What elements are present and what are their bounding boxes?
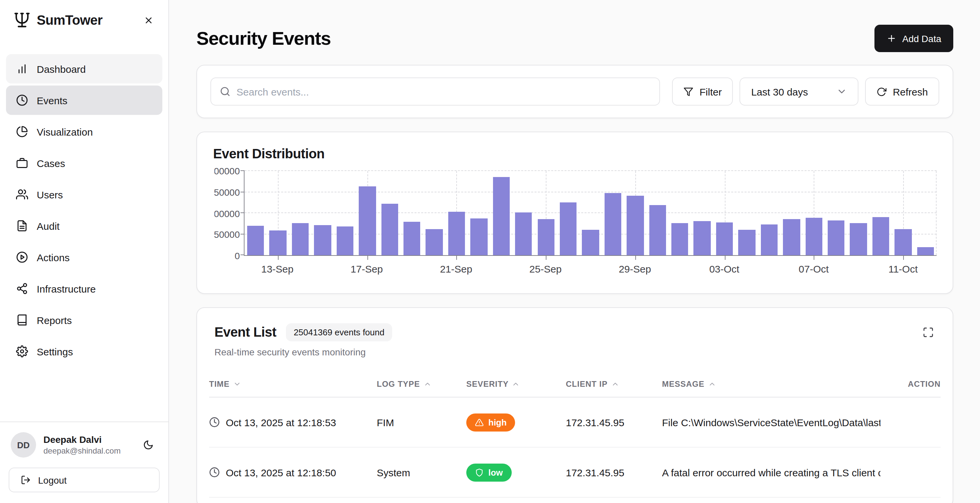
chart-x-axis: 13-Sep17-Sep21-Sep25-Sep29-Sep03-Oct07-O…	[244, 256, 937, 276]
search-input[interactable]	[237, 86, 651, 97]
page-title: Security Events	[196, 28, 331, 49]
bar-17-Sep[interactable]	[359, 186, 376, 255]
sidebar-item-cases[interactable]: Cases	[6, 148, 162, 178]
bar-slot	[624, 171, 646, 255]
bar-13-Sep[interactable]	[270, 231, 286, 256]
x-axis-tick-label: 13-Sep	[261, 263, 294, 275]
bar-24-Sep[interactable]	[515, 212, 532, 255]
bar-27-Sep[interactable]	[582, 230, 599, 255]
bar-slot	[713, 171, 736, 255]
bar-01-Oct[interactable]	[671, 223, 689, 255]
event-row[interactable]: Oct 13, 2025 at 12:18:50Systemlow172.31.…	[209, 447, 940, 498]
bar-slot	[870, 171, 892, 255]
user-meta: Deepak Dalvi deepak@shindal.com	[43, 434, 121, 455]
sidebar-item-settings[interactable]: Settings	[6, 337, 162, 366]
bar-slot	[379, 171, 401, 255]
bar-14-Sep[interactable]	[292, 223, 309, 255]
bar-slot	[267, 171, 289, 255]
sidebar-close-button[interactable]	[142, 13, 155, 27]
bar-03-Oct[interactable]	[716, 222, 733, 255]
clock-icon	[209, 417, 220, 428]
bar-09-Oct[interactable]	[850, 223, 867, 255]
refresh-label: Refresh	[893, 86, 928, 97]
bar-23-Sep[interactable]	[493, 177, 510, 255]
bar-22-Sep[interactable]	[470, 219, 487, 255]
severity-label: high	[488, 417, 507, 427]
cell-time: Oct 13, 2025 at 12:18:50	[209, 466, 377, 478]
x-axis-tick-label: 11-Oct	[888, 263, 918, 275]
bar-02-Oct[interactable]	[694, 221, 711, 255]
bar-10-Oct[interactable]	[872, 217, 889, 255]
column-header-client-ip[interactable]: CLIENT IP	[566, 379, 662, 388]
bar-21-Sep[interactable]	[448, 212, 465, 255]
column-header-log-type[interactable]: LOG TYPE	[377, 379, 466, 388]
y-axis-tick-label: 450000	[215, 187, 240, 198]
sidebar-item-label: Cases	[37, 157, 65, 169]
sidebar-item-users[interactable]: Users	[6, 180, 162, 209]
sidebar-item-audit[interactable]: Audit	[6, 211, 162, 240]
bar-slot	[512, 171, 535, 255]
users-icon	[16, 188, 28, 201]
dark-mode-toggle[interactable]	[140, 437, 156, 453]
main-header: Security Events Add Data	[196, 25, 953, 52]
y-axis-tick-mark	[240, 234, 245, 234]
bar-29-Sep[interactable]	[627, 196, 644, 256]
bar-12-Sep[interactable]	[247, 226, 264, 255]
column-header-time[interactable]: TIME	[209, 379, 377, 388]
gear-icon	[16, 345, 28, 357]
sidebar-item-dashboard[interactable]: Dashboard	[6, 54, 162, 83]
cell-severity: high	[466, 413, 566, 431]
user-profile: DD Deepak Dalvi deepak@shindal.com	[9, 432, 160, 458]
bar-06-Oct[interactable]	[783, 220, 800, 255]
sidebar-item-label: Actions	[37, 252, 70, 263]
sidebar-item-reports[interactable]: Reports	[6, 305, 162, 335]
file-text-icon	[16, 220, 28, 232]
filter-button[interactable]: Filter	[672, 78, 733, 105]
refresh-button[interactable]: Refresh	[865, 78, 939, 105]
close-icon	[143, 15, 153, 25]
bar-16-Sep[interactable]	[336, 226, 353, 255]
bar-26-Sep[interactable]	[560, 203, 577, 256]
bar-11-Oct[interactable]	[895, 229, 912, 255]
bar-slot	[646, 171, 669, 255]
sidebar-item-infrastructure[interactable]: Infrastructure	[6, 274, 162, 303]
date-range-select[interactable]: Last 30 days	[740, 78, 859, 105]
add-data-button[interactable]: Add Data	[874, 25, 953, 52]
bar-18-Sep[interactable]	[381, 204, 398, 255]
bar-slot	[312, 171, 334, 255]
bar-chart-icon	[16, 63, 28, 75]
bar-08-Oct[interactable]	[828, 220, 845, 255]
bar-slot	[669, 171, 691, 255]
chart-plot-wrap: 13-Sep17-Sep21-Sep25-Sep29-Sep03-Oct07-O…	[244, 171, 937, 276]
sidebar-item-label: Events	[37, 94, 67, 106]
event-row[interactable]: Oct 13, 2025 at 12:18:53FIMhigh172.31.45…	[209, 398, 940, 447]
bar-25-Sep[interactable]	[538, 220, 554, 255]
cell-client-ip: 172.31.45.95	[566, 466, 662, 478]
logout-icon	[21, 475, 31, 485]
logout-button[interactable]: Logout	[9, 468, 160, 492]
cell-message: A fatal error occurred while creating a …	[662, 466, 880, 478]
sidebar-item-actions[interactable]: Actions	[6, 242, 162, 272]
bar-07-Oct[interactable]	[805, 218, 822, 255]
user-name: Deepak Dalvi	[43, 434, 121, 445]
bar-12-Oct[interactable]	[917, 247, 934, 255]
severity-badge-low: low	[466, 463, 511, 481]
bar-30-Sep[interactable]	[649, 205, 666, 255]
sidebar-item-visualization[interactable]: Visualization	[6, 117, 162, 146]
bar-15-Sep[interactable]	[314, 225, 331, 255]
bar-04-Oct[interactable]	[738, 230, 756, 255]
sidebar-item-events[interactable]: Events	[6, 86, 162, 115]
bar-19-Sep[interactable]	[404, 221, 420, 255]
y-axis-tick-label: 150000	[215, 229, 240, 240]
bar-20-Sep[interactable]	[426, 229, 443, 255]
bar-slot	[468, 171, 490, 255]
column-header-message[interactable]: MESSAGE	[662, 379, 880, 388]
bar-28-Sep[interactable]	[605, 193, 622, 255]
clock-icon	[16, 94, 28, 106]
y-axis-tick-label: 300000	[215, 208, 240, 219]
event-list-card: Event List 25041369 events found Real-ti…	[196, 307, 953, 503]
column-header-severity[interactable]: SEVERITY	[466, 379, 566, 388]
expand-button[interactable]	[921, 325, 935, 340]
avatar: DD	[11, 432, 36, 458]
bar-05-Oct[interactable]	[760, 224, 778, 255]
